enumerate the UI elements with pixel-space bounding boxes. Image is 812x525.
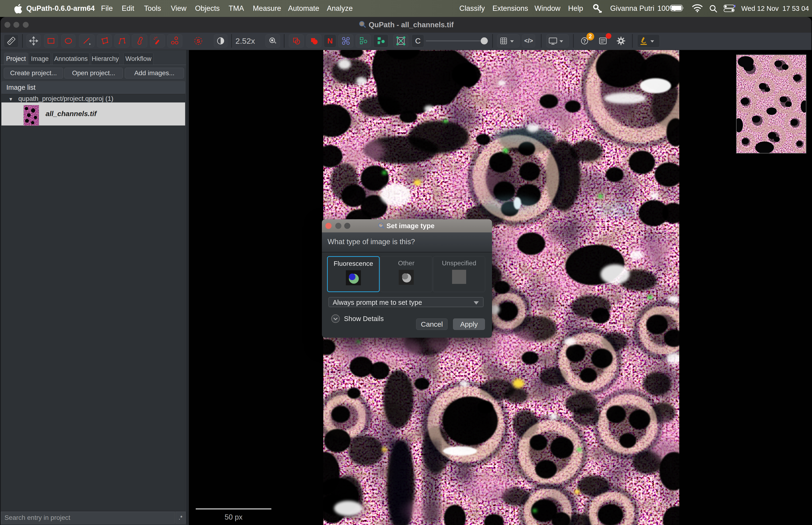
svg-text:S: S [197,38,200,44]
svg-text:?: ? [583,38,586,44]
